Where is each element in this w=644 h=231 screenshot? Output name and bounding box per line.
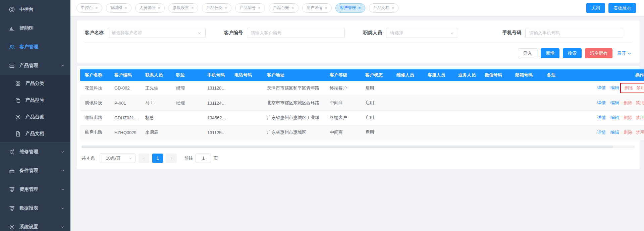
- edit-link[interactable]: 编辑: [610, 130, 619, 135]
- search-button[interactable]: 搜索: [563, 48, 582, 58]
- close-icon[interactable]: ×: [191, 6, 194, 10]
- col-position: 职位: [173, 69, 204, 81]
- customer-table: 客户名称 客户编码 联系人员 职位 手机号码 电话号码 客户地址 客户等级 客户…: [80, 69, 644, 140]
- col-mobile: 手机号码: [204, 69, 231, 81]
- goto-page-input[interactable]: [196, 154, 211, 163]
- annotation-highlight-box: 删除禁用: [620, 83, 644, 93]
- close-icon[interactable]: ×: [291, 6, 294, 10]
- tab-product-docs[interactable]: 产品文档×: [369, 3, 399, 13]
- disable-link[interactable]: 禁用: [636, 100, 644, 105]
- disable-link[interactable]: 禁用: [636, 85, 644, 90]
- edit-link[interactable]: 编辑: [610, 115, 619, 120]
- tab-product-ledger[interactable]: 产品台账×: [269, 3, 299, 13]
- col-sales: 业务人员: [455, 69, 481, 81]
- mobile-input[interactable]: [529, 31, 619, 36]
- close-icon[interactable]: ×: [325, 6, 328, 10]
- sidebar-item-expense-mgmt[interactable]: 费用管理: [0, 180, 70, 199]
- detail-link[interactable]: 详情: [597, 100, 606, 105]
- page-number-1[interactable]: 1: [152, 154, 163, 163]
- tab-product-category[interactable]: 产品分类×: [202, 3, 232, 13]
- staff-type-label: 职类人员: [363, 30, 382, 36]
- chevron-up-icon: [60, 63, 65, 68]
- sidebar-item-data-reports[interactable]: 数据报表: [0, 199, 70, 218]
- delete-link[interactable]: 删除: [624, 100, 632, 105]
- repair-icon: [8, 149, 15, 155]
- sidebar-item-smart-bi[interactable]: 智能BI: [0, 19, 70, 38]
- detail-link[interactable]: 详情: [597, 85, 606, 90]
- expand-toggle[interactable]: 展开: [617, 50, 632, 56]
- console-icon: [8, 6, 15, 13]
- close-icon[interactable]: ×: [358, 6, 361, 10]
- tab-param-settings[interactable]: 参数设置×: [168, 3, 198, 13]
- close-icon[interactable]: ×: [158, 6, 161, 10]
- tab-product-model[interactable]: 产品型号×: [235, 3, 265, 13]
- sidebar-item-product-category[interactable]: 产品分类: [0, 75, 70, 92]
- close-icon[interactable]: ×: [225, 6, 227, 10]
- sidebar-item-product-ledger[interactable]: 产品台账: [0, 109, 70, 125]
- sidebar-item-label: 产品型号: [25, 97, 44, 103]
- page-size-select[interactable]: 10条/页: [100, 154, 136, 163]
- detail-link[interactable]: 详情: [597, 115, 606, 120]
- clear-all-button[interactable]: 清空所有: [585, 48, 612, 58]
- tab-smart-bi[interactable]: 智能BI×: [106, 3, 131, 13]
- close-icon[interactable]: ×: [95, 6, 98, 10]
- tab-user-detail[interactable]: 用户详情×: [302, 3, 332, 13]
- detail-link[interactable]: 详情: [597, 130, 606, 135]
- tab-personnel-mgmt[interactable]: 人员管理×: [135, 3, 165, 13]
- pagination: 共 4 条 10条/页 ‹ 1 › 前往 页: [82, 154, 636, 163]
- col-address: 客户地址: [264, 69, 326, 81]
- sidebar-item-product-model[interactable]: 产品型号: [0, 92, 70, 109]
- goto-unit: 页: [214, 155, 218, 161]
- sidebar-item-label: 客户管理: [19, 44, 38, 50]
- sidebar-item-customer-mgmt[interactable]: 客户管理: [0, 38, 70, 56]
- staff-type-select[interactable]: 请选择: [386, 28, 458, 38]
- customer-name-select[interactable]: 请选择客户名称: [108, 28, 206, 38]
- sidebar-item-label: 产品管理: [19, 63, 38, 69]
- sidebar-item-system-settings[interactable]: 系统设置: [0, 218, 70, 231]
- col-wechat: 微信号码: [481, 69, 512, 81]
- delete-link[interactable]: 删除: [624, 85, 633, 90]
- edit-link[interactable]: 编辑: [610, 100, 619, 105]
- edit-link[interactable]: 编辑: [610, 85, 619, 90]
- close-icon[interactable]: ×: [258, 6, 261, 10]
- sidebar-submenu-product: 产品分类 产品型号 产品台账 产品文档: [0, 75, 70, 142]
- sidebar-item-label: 备件管理: [19, 168, 38, 174]
- delete-link[interactable]: 删除: [624, 130, 632, 135]
- customer-name-label: 客户名称: [85, 30, 104, 36]
- chevron-down-icon: [60, 150, 65, 154]
- chevron-down-icon: [627, 51, 632, 56]
- table-panel: 客户名称 客户编码 联系人员 职位 手机号码 电话号码 客户地址 客户等级 客户…: [77, 66, 640, 169]
- sidebar-item-product-docs[interactable]: 产品文档: [0, 125, 70, 142]
- sidebar-item-repair-mgmt[interactable]: 维修管理: [0, 142, 70, 161]
- disable-link[interactable]: 禁用: [636, 130, 644, 135]
- add-button[interactable]: 新增: [541, 48, 559, 58]
- import-button[interactable]: 导入: [518, 48, 537, 58]
- report-icon: [8, 205, 15, 212]
- close-icon[interactable]: ×: [392, 6, 394, 10]
- chevron-down-icon: [60, 225, 65, 229]
- sidebar-item-console[interactable]: 中控台: [0, 0, 70, 19]
- col-service: 客服人员: [424, 69, 455, 81]
- board-display-button[interactable]: 看板展示: [608, 3, 636, 13]
- sidebar-item-label: 系统设置: [19, 224, 38, 230]
- staff-type-placeholder: 请选择: [390, 30, 403, 36]
- prev-page-button[interactable]: ‹: [139, 154, 149, 163]
- goto-label: 前往: [184, 155, 193, 161]
- sidebar-item-label: 产品分类: [25, 80, 44, 86]
- customer-code-input[interactable]: [251, 31, 341, 36]
- tab-customer-mgmt[interactable]: 客户管理×: [335, 3, 365, 13]
- scrollbar-thumb[interactable]: [82, 146, 613, 148]
- disable-link[interactable]: 禁用: [636, 115, 644, 120]
- col-telephone: 电话号码: [231, 69, 264, 81]
- next-page-button[interactable]: ›: [166, 154, 177, 163]
- close-icon[interactable]: ×: [124, 6, 127, 10]
- delete-link[interactable]: 删除: [624, 115, 632, 120]
- tab-console[interactable]: 中控台×: [76, 3, 102, 13]
- chevron-down-icon: [60, 187, 65, 192]
- sidebar-item-product-mgmt[interactable]: 产品管理: [0, 56, 70, 75]
- close-button[interactable]: 关闭: [586, 3, 605, 13]
- sidebar-item-label: 产品台账: [25, 114, 44, 120]
- sidebar-item-spare-parts-mgmt[interactable]: 备件管理: [0, 161, 70, 180]
- horizontal-scrollbar[interactable]: [82, 146, 635, 148]
- chevron-down-icon: [60, 206, 65, 211]
